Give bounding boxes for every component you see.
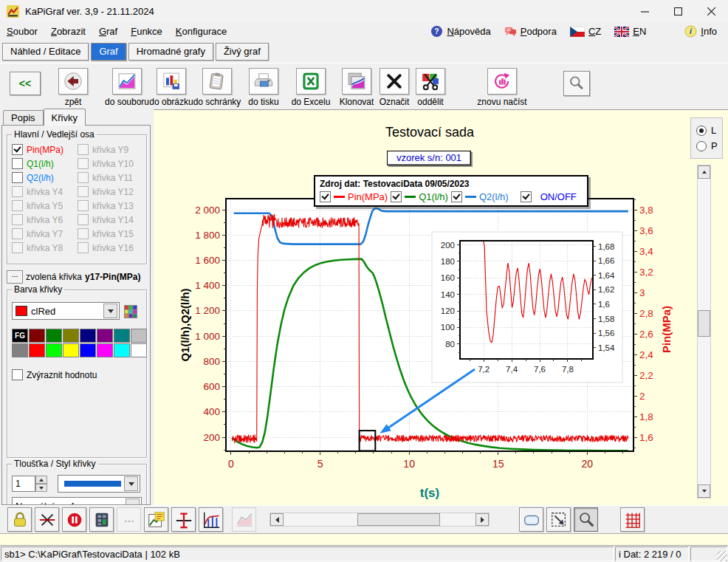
scroll-left-icon[interactable] xyxy=(270,513,284,526)
highlight-checkbox[interactable] xyxy=(12,369,23,380)
to-excel-button[interactable]: do Excelu xyxy=(289,68,333,107)
main-chart[interactable]: 2004006008001 0001 2001 4001 6001 8002 0… xyxy=(154,110,728,506)
svg-text:200: 200 xyxy=(203,432,220,443)
svg-text:3: 3 xyxy=(639,287,645,298)
to-print-button[interactable]: do tisku xyxy=(243,68,284,107)
tab-popis[interactable]: Popis xyxy=(3,110,44,126)
scroll-right-icon[interactable] xyxy=(475,513,489,526)
cursor-button[interactable] xyxy=(171,507,196,532)
chevron-down-icon[interactable] xyxy=(124,476,138,491)
clone-button[interactable]: Klonovat xyxy=(337,68,376,107)
curve-checkbox[interactable] xyxy=(12,172,23,183)
palette-swatch[interactable] xyxy=(97,329,113,343)
vertical-scrollbar[interactable] xyxy=(697,165,711,498)
legend-checkbox[interactable] xyxy=(521,191,532,202)
palette-swatch[interactable] xyxy=(80,343,96,357)
palette-swatch[interactable] xyxy=(63,343,79,357)
palette-swatch[interactable] xyxy=(114,343,130,357)
vertical-scroll-thumb[interactable] xyxy=(698,310,710,337)
menu-lang-en[interactable]: EN xyxy=(608,23,653,40)
to-clipboard-button[interactable]: do schránky xyxy=(194,68,240,107)
select-region-button[interactable] xyxy=(546,507,571,532)
stepper-up-icon[interactable] xyxy=(35,476,47,484)
back-button[interactable]: zpět xyxy=(57,68,89,107)
legend-onoff-label: ON/OFF xyxy=(540,191,577,202)
palette-swatch[interactable] xyxy=(63,329,79,343)
reload-button[interactable]: znovu načíst xyxy=(478,68,526,107)
curve-row: křivka Y6 xyxy=(12,213,78,227)
palette-swatch[interactable] xyxy=(97,343,113,357)
minimize-button[interactable] xyxy=(628,0,662,22)
calc-button[interactable] xyxy=(89,507,114,532)
menu-info[interactable]: iInfo xyxy=(678,23,724,40)
resize-grip[interactable] xyxy=(717,551,727,561)
curve-checkbox[interactable] xyxy=(12,144,23,155)
tab-graf[interactable]: Graf xyxy=(91,43,126,61)
line-style-select[interactable] xyxy=(58,475,140,493)
menu-napoveda[interactable]: ?Nápověda xyxy=(424,23,497,40)
svg-text:1,58: 1,58 xyxy=(598,315,614,323)
horizontal-scrollbar[interactable] xyxy=(269,513,490,527)
menu-zobrazit[interactable]: Zobrazit xyxy=(44,24,92,39)
palette-swatch[interactable] xyxy=(46,329,62,343)
palette-icon[interactable] xyxy=(124,305,137,317)
palette-swatch[interactable] xyxy=(131,329,147,343)
chevron-down-icon[interactable] xyxy=(103,304,117,318)
menu-funkce[interactable]: Funkce xyxy=(124,24,169,39)
palette-swatch[interactable] xyxy=(114,329,130,343)
tab-hromadne-grafy[interactable]: Hromadné grafy xyxy=(128,43,213,61)
menu-lang-cz[interactable]: CZ xyxy=(563,23,608,40)
legend-checkbox[interactable] xyxy=(391,191,402,202)
palette-swatch[interactable] xyxy=(29,329,45,343)
grid-button[interactable] xyxy=(620,507,645,532)
legend-checkbox[interactable] xyxy=(451,191,462,202)
note-chart-button[interactable] xyxy=(144,507,168,532)
maximize-button[interactable] xyxy=(662,0,695,22)
menu-konfigurace[interactable]: Konfigurace xyxy=(169,24,233,39)
lock-button[interactable] xyxy=(7,507,32,532)
legend-checkbox[interactable] xyxy=(320,191,331,202)
collapse-button[interactable]: << xyxy=(10,72,41,95)
scroll-up-icon[interactable] xyxy=(698,165,710,179)
zoom-button[interactable] xyxy=(574,507,598,532)
scroll-down-icon[interactable] xyxy=(698,484,710,498)
tab-nahled-editace[interactable]: Náhled / Editace xyxy=(2,43,89,61)
curve-picker-button[interactable]: ... xyxy=(7,270,23,284)
search-button[interactable] xyxy=(563,71,590,96)
to-image-button[interactable]: do obrázku xyxy=(150,68,193,107)
curve-checkbox xyxy=(12,214,23,225)
chart-subtitle-badge[interactable]: vzorek s/n: 001 xyxy=(387,151,471,165)
separate-button[interactable]: oddělit xyxy=(413,68,448,107)
palette-swatch[interactable] xyxy=(46,343,62,357)
svg-text:7,6: 7,6 xyxy=(534,365,546,374)
palette-swatch[interactable] xyxy=(131,343,147,357)
horizontal-scroll-thumb[interactable] xyxy=(357,513,440,526)
radio-left-axis[interactable]: L xyxy=(696,125,722,136)
cut-button[interactable] xyxy=(35,507,59,532)
mark-button[interactable]: Označit xyxy=(377,68,411,107)
palette-swatch[interactable] xyxy=(12,343,28,357)
menu-podpora[interactable]: Podpora xyxy=(498,23,563,40)
radio-left-label: L xyxy=(711,125,716,136)
curve-checkbox[interactable] xyxy=(12,158,23,169)
radio-right-axis[interactable]: P xyxy=(696,140,722,151)
close-button[interactable] xyxy=(695,0,728,22)
stepper-down-icon[interactable] xyxy=(35,484,47,492)
graph-type-select[interactable]: Normální graf xyxy=(12,497,142,505)
menu-soubor[interactable]: Soubor xyxy=(0,24,44,39)
color-select[interactable]: clRed xyxy=(12,302,120,320)
tab-zivy-graf[interactable]: Živý graf xyxy=(216,43,269,61)
palette-swatch[interactable]: FG xyxy=(12,329,28,343)
palette-swatch[interactable] xyxy=(29,343,45,357)
tab-krivky[interactable]: Křivky xyxy=(44,109,86,126)
chevron-down-icon[interactable] xyxy=(126,498,140,505)
width-stepper[interactable]: 1 xyxy=(12,476,47,492)
menu-graf[interactable]: Graf xyxy=(92,24,124,39)
shape-button[interactable] xyxy=(519,507,543,532)
status-bar: sb1> C:\KaPiGraf\TestovaciData | 102 kB … xyxy=(0,546,728,562)
to-file-button[interactable]: do souboru xyxy=(106,68,148,107)
palette-swatch[interactable] xyxy=(80,329,96,343)
svg-text:160: 160 xyxy=(441,273,455,282)
histogram-button[interactable] xyxy=(199,507,223,532)
pause-button[interactable] xyxy=(62,507,86,532)
